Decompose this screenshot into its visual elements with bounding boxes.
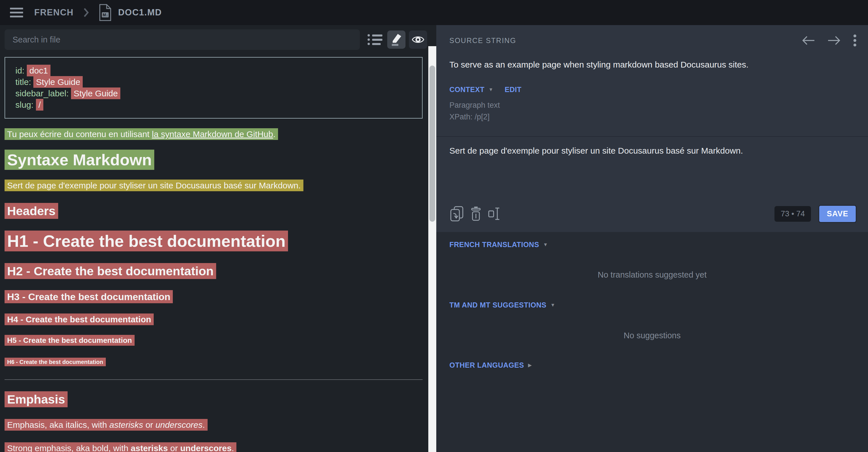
heading-h3-sample: H3 - Create the best documentation [5,291,423,303]
breadcrumb-file[interactable]: DOC1.MD [118,7,162,18]
heading-emphasis: Emphasis [5,391,423,408]
horizontal-rule [5,379,423,380]
section-french-translations[interactable]: FRENCH TRANSLATIONS ▼ [450,240,548,249]
marker-icon [391,33,402,46]
heading-h6-sample: H6 - Create the best documentation [5,358,423,366]
context-toggle[interactable]: CONTEXT [450,86,485,94]
string-h6[interactable]: H6 - Create the best documentation [5,358,106,366]
translation-divider [436,136,868,137]
copy-source-button[interactable] [448,204,466,223]
no-translations-message: No translations suggested yet [436,270,868,280]
string-h5[interactable]: H5 - Create the best documentation [5,335,134,346]
strong-text: or [168,444,180,452]
arrow-left-icon [802,35,815,45]
frontmatter-line: title: Style Guide [16,76,412,88]
string-emphasis-heading[interactable]: Emphasis [5,391,68,407]
character-count-badge: 73 • 74 [774,206,811,222]
chevron-right-icon [83,7,89,18]
frontmatter-key: sidebar_label: [16,89,71,98]
strong-text: . [231,444,234,452]
string-h4[interactable]: H4 - Create the best documentation [5,314,154,325]
string-selected[interactable]: Sert de page d'exemple pour styliser un … [5,180,303,191]
string-frontmatter-id[interactable]: doc1 [27,65,51,76]
section-tm-mt-suggestions[interactable]: TM AND MT SUGGESTIONS ▼ [450,301,555,309]
string-intro[interactable]: Tu peux écrire du contenu en utilisant l… [5,128,278,140]
emphasis-italic: underscores [155,420,203,429]
string-markdown-heading[interactable]: Syntaxe Markdown [5,150,154,170]
paragraph-selected: Sert de page d'exemple pour styliser un … [5,180,423,192]
clear-translation-button[interactable] [466,204,485,223]
caret-down-icon: ▼ [543,242,548,248]
kebab-menu-icon [853,34,857,47]
frontmatter-line: sidebar_label: Style Guide [16,88,412,99]
string-frontmatter-slug[interactable]: / [36,99,43,110]
heading-h2-sample: H2 - Create the best documentation [5,263,423,279]
topbar: FRENCH M↓ DOC1.MD [0,0,868,25]
french-translations-label: FRENCH TRANSLATIONS [450,240,539,249]
more-options-button[interactable] [853,34,857,47]
emphasis-text: . [203,420,205,429]
next-string-button[interactable] [828,35,841,45]
paragraph-intro: Tu peux écrire du contenu en utilisant l… [5,128,423,140]
trash-icon [470,206,482,222]
markdown-file-icon: M↓ [99,4,112,21]
frontmatter-key: slug: [16,100,36,109]
emphasis-italic: asterisks [109,420,143,429]
string-h2[interactable]: H2 - Create the best documentation [5,263,216,279]
caret-down-icon: ▼ [489,87,493,93]
string-h3[interactable]: H3 - Create the best documentation [5,290,173,303]
emphasis-text: Emphasis, aka italics, with [7,420,109,429]
string-headers-heading[interactable]: Headers [5,203,58,219]
heading-markdown-syntax: Syntaxe Markdown [5,152,423,168]
translation-input[interactable]: Sert de page d'exemple pour styliser un … [450,146,855,156]
string-emphasis[interactable]: Emphasis, aka italics, with asterisks or… [5,419,208,431]
document-scrollbar[interactable] [428,46,436,452]
tm-mt-suggestions-label: TM AND MT SUGGESTIONS [450,301,546,309]
scrollbar-thumb[interactable] [429,66,435,222]
heading-headers: Headers [5,203,423,219]
eye-icon [411,35,425,44]
svg-text:M↓: M↓ [103,12,108,17]
string-strong[interactable]: Strong emphasis, aka bold, with asterisk… [5,442,237,452]
select-text-button[interactable] [485,204,504,223]
source-string-label: SOURCE STRING [450,36,516,45]
caret-right-icon: ▶ [528,362,532,368]
paragraph-emphasis: Emphasis, aka italics, with asterisks or… [5,419,423,431]
crowdin-editor: FRENCH M↓ DOC1.MD [0,0,868,452]
heading-h5-sample: H5 - Create the best documentation [5,336,423,345]
text-cursor-icon [488,206,502,222]
frontmatter-key: title: [16,77,33,87]
intro-link[interactable]: la syntaxe Markdown de GitHub [152,129,273,139]
emphasis-text: or [143,420,155,429]
section-other-languages[interactable]: OTHER LANGUAGES ▶ [450,361,532,369]
translation-actions: 73 • 74 SAVE [448,202,857,226]
context-type: Paragraph text [450,99,500,111]
heading-h4-sample: H4 - Create the best documentation [5,314,423,325]
highlight-mode-button[interactable] [387,31,405,49]
search-input[interactable] [5,29,360,50]
string-list-view-button[interactable] [367,31,384,48]
arrow-right-icon [828,35,841,45]
intro-period: . [273,129,275,139]
frontmatter-key: id: [16,66,27,75]
string-frontmatter-title[interactable]: Style Guide [33,76,83,88]
string-h1[interactable]: H1 - Create the best documentation [5,231,288,251]
preview-mode-button[interactable] [409,31,427,49]
breadcrumb-project[interactable]: FRENCH [34,7,73,18]
menu-icon[interactable] [8,5,25,21]
intro-text: Tu peux écrire du contenu en utilisant [7,129,152,139]
context-xpath: XPath: /p[2] [450,111,500,123]
source-string-header: SOURCE STRING [450,34,857,47]
no-suggestions-message: No suggestions [436,331,868,340]
save-button[interactable]: SAVE [818,205,857,223]
document-panel: id: doc1 title: Style Guide sidebar_labe… [0,25,436,452]
strong-bold: asterisks [131,444,168,452]
strong-bold: underscores [180,444,231,452]
heading-h1-sample: H1 - Create the best documentation [5,231,423,252]
edit-context-button[interactable]: EDIT [505,86,522,94]
previous-string-button[interactable] [802,35,815,45]
document-preview: id: doc1 title: Style Guide sidebar_labe… [5,57,423,452]
string-frontmatter-sidebar-label[interactable]: Style Guide [71,88,120,99]
other-languages-label: OTHER LANGUAGES [450,361,524,369]
strong-text: Strong emphasis, aka bold, with [7,444,131,452]
